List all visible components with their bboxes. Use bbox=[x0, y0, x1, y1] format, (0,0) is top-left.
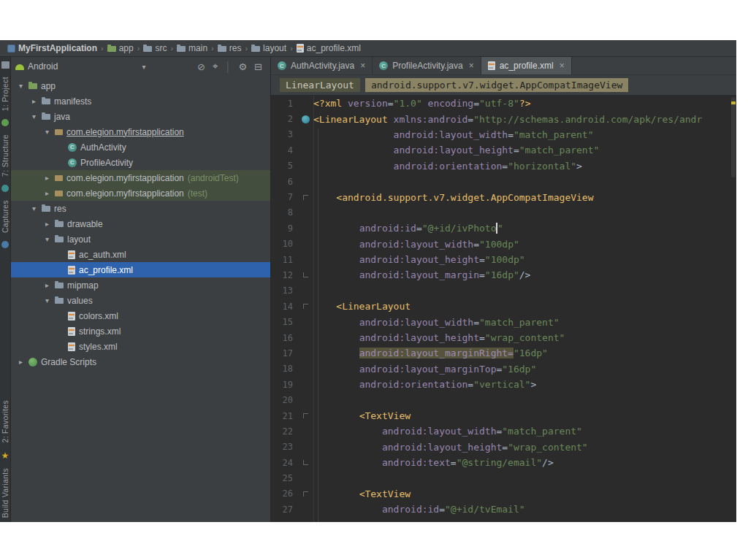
line-number[interactable]: 25 bbox=[271, 473, 297, 483]
fold-marker[interactable] bbox=[303, 195, 308, 200]
tree-expand-arrow[interactable]: ▾ bbox=[17, 82, 25, 90]
line-number[interactable]: 13 bbox=[271, 285, 297, 296]
line-number[interactable]: 11 bbox=[271, 255, 297, 265]
tree-item-com.elegion.myfirstapplication[interactable]: ▸com.elegion.myfirstapplication (test) bbox=[11, 185, 270, 201]
star-icon[interactable] bbox=[1, 451, 9, 460]
editor-tab-ProfileActivity.java[interactable]: ProfileActivity.java× bbox=[373, 57, 481, 74]
project-view-selector[interactable]: Android bbox=[28, 61, 58, 72]
tree-expand-arrow[interactable]: ▸ bbox=[17, 358, 25, 366]
breadcrumb-item-res[interactable]: res bbox=[215, 40, 245, 56]
tree-item-ac_profile.xml[interactable]: ac_profile.xml bbox=[11, 262, 270, 277]
tree-expand-arrow[interactable]: ▾ bbox=[43, 128, 51, 136]
close-icon[interactable]: × bbox=[560, 61, 565, 71]
line-number[interactable]: 24 bbox=[271, 458, 297, 468]
tree-item-ProfileActivity[interactable]: ProfileActivity bbox=[11, 155, 270, 170]
code-token: = bbox=[473, 239, 479, 250]
toolwindow-build-variants-button[interactable]: Build Variants bbox=[1, 468, 9, 518]
tree-item-layout[interactable]: ▾layout bbox=[11, 231, 270, 247]
tree-expand-arrow[interactable]: ▸ bbox=[43, 189, 51, 197]
chevron-down-icon[interactable]: ▾ bbox=[142, 63, 145, 71]
code-editor[interactable]: 1<?xml version="1.0" encoding="utf-8"?>2… bbox=[271, 96, 736, 522]
line-number[interactable]: 12 bbox=[271, 270, 297, 280]
breadcrumb-chip-android.support.v7.widget.AppCompatImageView[interactable]: android.support.v7.widget.AppCompatImage… bbox=[365, 78, 628, 92]
tree-item-mipmap[interactable]: ▸mipmap bbox=[11, 277, 270, 293]
tree-item-app[interactable]: ▾app bbox=[11, 78, 270, 93]
fold-marker[interactable] bbox=[303, 413, 308, 418]
fold-marker[interactable] bbox=[303, 491, 308, 496]
line-number[interactable]: 26 bbox=[271, 488, 297, 499]
tree-item-com.elegion.myfirstapplication[interactable]: ▾com.elegion.myfirstapplication bbox=[11, 124, 270, 139]
tree-item-colors.xml[interactable]: colors.xml bbox=[11, 308, 270, 323]
close-icon[interactable]: × bbox=[360, 61, 365, 71]
tree-expand-arrow[interactable]: ▸ bbox=[43, 281, 51, 289]
hide-panel-icon[interactable]: ⊟ bbox=[254, 61, 262, 72]
tree-item-AuthActivity[interactable]: AuthActivity bbox=[11, 139, 270, 155]
breadcrumb-item-main[interactable]: main bbox=[174, 40, 210, 56]
tree-item-styles.xml[interactable]: styles.xml bbox=[11, 339, 270, 354]
tree-expand-arrow[interactable]: ▾ bbox=[30, 204, 38, 212]
line-number[interactable]: 15 bbox=[271, 317, 297, 327]
line-number[interactable]: 9 bbox=[271, 223, 297, 234]
green-circle-icon[interactable] bbox=[1, 119, 9, 126]
tree-expand-arrow[interactable]: ▾ bbox=[30, 112, 38, 120]
tree-expand-arrow[interactable]: ▾ bbox=[43, 235, 51, 243]
line-number[interactable]: 23 bbox=[271, 442, 297, 452]
breadcrumb-item-app[interactable]: app bbox=[104, 40, 137, 56]
scrollbar-error-stripe[interactable] bbox=[730, 96, 736, 522]
line-number[interactable]: 2 bbox=[271, 114, 297, 124]
fold-marker[interactable] bbox=[303, 460, 308, 465]
close-icon[interactable]: × bbox=[469, 61, 474, 71]
tree-expand-arrow[interactable]: ▸ bbox=[30, 97, 38, 105]
tree-expand-arrow[interactable]: ▸ bbox=[43, 174, 51, 182]
toolwindow-structure-button[interactable]: 7: Structure bbox=[1, 134, 9, 177]
breadcrumb-item-layout[interactable]: layout bbox=[248, 40, 289, 56]
line-number[interactable]: 27 bbox=[271, 505, 297, 515]
locate-file-icon[interactable]: ⌖ bbox=[213, 61, 218, 72]
blue-circle-icon[interactable] bbox=[1, 241, 9, 248]
line-number[interactable]: 20 bbox=[271, 395, 297, 405]
tree-item-com.elegion.myfirstapplication[interactable]: ▸com.elegion.myfirstapplication (android… bbox=[11, 170, 270, 185]
project-tool-icon[interactable] bbox=[1, 61, 9, 69]
toolwindow-favorites-button[interactable]: 2: Favorites bbox=[1, 400, 9, 442]
tree-item-ac_auth.xml[interactable]: ac_auth.xml bbox=[11, 247, 270, 262]
editor-tab-AuthActivity.java[interactable]: AuthActivity.java× bbox=[271, 57, 373, 74]
tree-item-res[interactable]: ▾res bbox=[11, 201, 270, 216]
editor-tab-ac_profile.xml[interactable]: ac_profile.xml× bbox=[481, 57, 572, 74]
line-number[interactable]: 16 bbox=[271, 333, 297, 343]
tree-item-drawable[interactable]: ▸drawable bbox=[11, 216, 270, 231]
line-number[interactable]: 3 bbox=[271, 129, 297, 139]
tree-expand-arrow[interactable]: ▸ bbox=[43, 220, 51, 228]
scope-filter-icon[interactable]: ⊘ bbox=[197, 61, 205, 72]
tree-item-Gradle Scripts[interactable]: ▸Gradle Scripts bbox=[11, 354, 270, 369]
line-number[interactable]: 4 bbox=[271, 145, 297, 156]
line-number[interactable]: 10 bbox=[271, 239, 297, 249]
scrollbar-thumb[interactable] bbox=[731, 97, 736, 177]
line-number[interactable]: 8 bbox=[271, 207, 297, 218]
breadcrumb-item-ac_profile.xml[interactable]: ac_profile.xml bbox=[294, 40, 364, 56]
line-number[interactable]: 22 bbox=[271, 426, 297, 437]
fold-marker[interactable] bbox=[303, 272, 308, 277]
tree-item-values[interactable]: ▾values bbox=[11, 293, 270, 308]
breadcrumb-item-MyFirstApplication[interactable]: MyFirstApplication bbox=[4, 40, 100, 56]
component-gutter-icon[interactable] bbox=[302, 115, 310, 123]
line-number[interactable]: 21 bbox=[271, 411, 297, 421]
line-number[interactable]: 19 bbox=[271, 380, 297, 390]
line-number[interactable]: 14 bbox=[271, 302, 297, 312]
tree-expand-arrow[interactable]: ▾ bbox=[43, 296, 51, 304]
tree-item-java[interactable]: ▾java bbox=[11, 109, 270, 124]
line-number[interactable]: 18 bbox=[271, 364, 297, 374]
tree-item-strings.xml[interactable]: strings.xml bbox=[11, 323, 270, 339]
settings-gear-icon[interactable]: ⚙ bbox=[238, 61, 247, 72]
tree-item-manifests[interactable]: ▸manifests bbox=[11, 93, 270, 109]
line-number[interactable]: 6 bbox=[271, 177, 297, 187]
teal-circle-icon[interactable] bbox=[1, 185, 9, 192]
breadcrumb-item-src[interactable]: src bbox=[140, 40, 169, 56]
line-number[interactable]: 1 bbox=[271, 99, 297, 109]
toolwindow-captures-button[interactable]: Captures bbox=[1, 200, 9, 233]
line-number[interactable]: 7 bbox=[271, 192, 297, 202]
toolwindow-project-button[interactable]: 1: Project bbox=[1, 77, 9, 111]
fold-marker[interactable] bbox=[303, 304, 308, 309]
breadcrumb-chip-LinearLayout[interactable]: LinearLayout bbox=[280, 78, 360, 92]
line-number[interactable]: 17 bbox=[271, 348, 297, 358]
line-number[interactable]: 5 bbox=[271, 161, 297, 171]
